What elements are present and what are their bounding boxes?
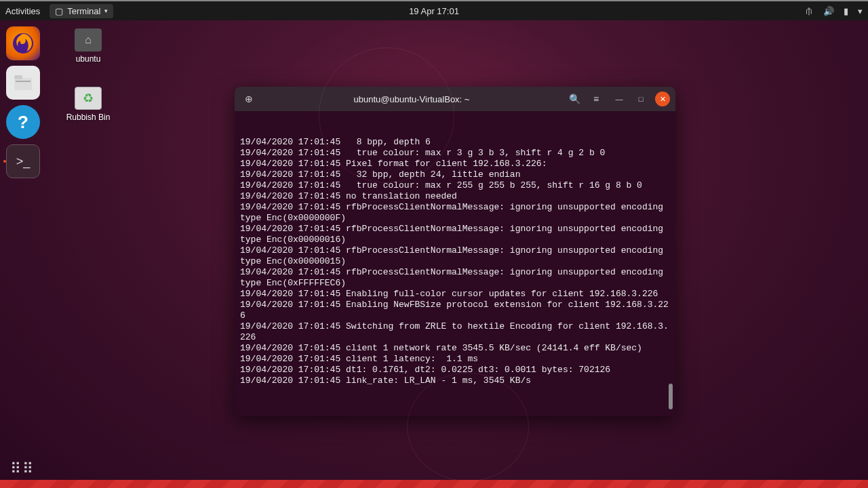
chevron-down-icon[interactable]: ▾ bbox=[858, 6, 863, 16]
close-icon: ✕ bbox=[660, 95, 666, 104]
terminal-titlebar[interactable]: ⊕ ubuntu@ubuntu-VirtualBox: ~ 🔍 ≡ — □ ✕ bbox=[235, 87, 675, 111]
terminal-line: 19/04/2020 17:01:45 rfbProcessClientNorm… bbox=[240, 245, 670, 267]
terminal-line: 19/04/2020 17:01:45 Switching from ZRLE … bbox=[240, 321, 670, 343]
app-name-label: Terminal bbox=[67, 6, 100, 16]
terminal-line: 19/04/2020 17:01:45 32 bpp, depth 24, li… bbox=[240, 169, 670, 180]
trash-folder[interactable]: ♻ Rubbish Bin bbox=[61, 87, 115, 122]
files-launcher[interactable] bbox=[6, 66, 40, 100]
bottom-accent-bar bbox=[0, 480, 868, 488]
svg-rect-3 bbox=[16, 81, 31, 82]
terminal-line: 19/04/2020 17:01:45 client 1 latency: 1.… bbox=[240, 354, 670, 365]
menu-button[interactable]: ≡ bbox=[587, 90, 605, 108]
trash-icon: ♻ bbox=[75, 87, 102, 110]
show-apps-button[interactable]: ⠿⠿ bbox=[10, 460, 35, 478]
top-bar: Activities ▢ Terminal ▾ 19 Apr 17:01 ⫛ 🔊… bbox=[0, 0, 868, 20]
hamburger-icon: ≡ bbox=[593, 94, 599, 104]
help-launcher[interactable]: ? bbox=[6, 105, 40, 139]
maximize-icon: □ bbox=[639, 95, 644, 103]
apps-grid-icon: ⠿⠿ bbox=[10, 460, 35, 477]
volume-icon[interactable]: 🔊 bbox=[823, 6, 834, 16]
svg-rect-2 bbox=[14, 75, 22, 79]
terminal-window: ⊕ ubuntu@ubuntu-VirtualBox: ~ 🔍 ≡ — □ ✕ … bbox=[235, 87, 675, 416]
home-folder-label: ubuntu bbox=[76, 54, 101, 64]
terminal-small-icon: ▢ bbox=[55, 6, 63, 16]
terminal-line: 19/04/2020 17:01:45 rfbProcessClientNorm… bbox=[240, 224, 670, 245]
search-icon: 🔍 bbox=[569, 94, 580, 104]
system-tray[interactable]: ⫛ 🔊 ▮ ▾ bbox=[805, 6, 863, 16]
minimize-button[interactable]: — bbox=[612, 92, 627, 106]
home-folder[interactable]: ⌂ ubuntu bbox=[61, 28, 115, 64]
scrollbar-thumb[interactable] bbox=[669, 384, 673, 409]
terminal-output[interactable]: 19/04/2020 17:01:45 8 bpp, depth 619/04/… bbox=[235, 111, 675, 416]
terminal-icon: >_ bbox=[16, 155, 31, 169]
battery-icon[interactable]: ▮ bbox=[844, 6, 848, 16]
terminal-line: 19/04/2020 17:01:45 Pixel format for cli… bbox=[240, 159, 670, 169]
activities-button[interactable]: Activities bbox=[5, 6, 40, 16]
terminal-line: 19/04/2020 17:01:45 true colour: max r 2… bbox=[240, 180, 670, 191]
maximize-button[interactable]: □ bbox=[633, 92, 648, 106]
terminal-line: 19/04/2020 17:01:45 no translation neede… bbox=[240, 191, 670, 202]
close-button[interactable]: ✕ bbox=[655, 92, 670, 106]
dock: ? >_ bbox=[3, 24, 43, 181]
terminal-line: 19/04/2020 17:01:45 8 bpp, depth 6 bbox=[240, 137, 670, 148]
trash-folder-label: Rubbish Bin bbox=[66, 113, 111, 122]
chevron-down-icon: ▾ bbox=[104, 7, 108, 14]
new-tab-icon: ⊕ bbox=[245, 94, 253, 104]
network-icon[interactable]: ⫛ bbox=[805, 6, 814, 16]
terminal-line: 19/04/2020 17:01:45 rfbProcessClientNorm… bbox=[240, 267, 670, 289]
terminal-line: 19/04/2020 17:01:45 true colour: max r 3… bbox=[240, 148, 670, 159]
terminal-line: 19/04/2020 17:01:45 client 1 network rat… bbox=[240, 343, 670, 354]
window-title: ubuntu@ubuntu-VirtualBox: ~ bbox=[262, 94, 561, 104]
folder-icon: ⌂ bbox=[75, 28, 102, 52]
svg-rect-1 bbox=[14, 78, 32, 90]
terminal-line: 19/04/2020 17:01:45 link_rate: LR_LAN - … bbox=[240, 375, 670, 386]
search-button[interactable]: 🔍 bbox=[566, 90, 583, 108]
files-icon bbox=[13, 74, 33, 92]
minimize-icon: — bbox=[616, 95, 623, 103]
clock[interactable]: 19 Apr 17:01 bbox=[409, 6, 459, 16]
new-tab-button[interactable]: ⊕ bbox=[240, 90, 258, 108]
terminal-line: 19/04/2020 17:01:45 Enabling NewFBSize p… bbox=[240, 300, 670, 321]
terminal-line: 19/04/2020 17:01:45 dt1: 0.1761, dt2: 0.… bbox=[240, 365, 670, 375]
terminal-line: 19/04/2020 17:01:45 Enabling full-color … bbox=[240, 289, 670, 300]
firefox-icon bbox=[12, 32, 35, 55]
app-menu[interactable]: ▢ Terminal ▾ bbox=[50, 4, 113, 18]
terminal-line: 19/04/2020 17:01:45 rfbProcessClientNorm… bbox=[240, 202, 670, 224]
help-icon: ? bbox=[18, 112, 28, 133]
firefox-launcher[interactable] bbox=[6, 26, 40, 60]
terminal-launcher[interactable]: >_ bbox=[6, 144, 40, 178]
